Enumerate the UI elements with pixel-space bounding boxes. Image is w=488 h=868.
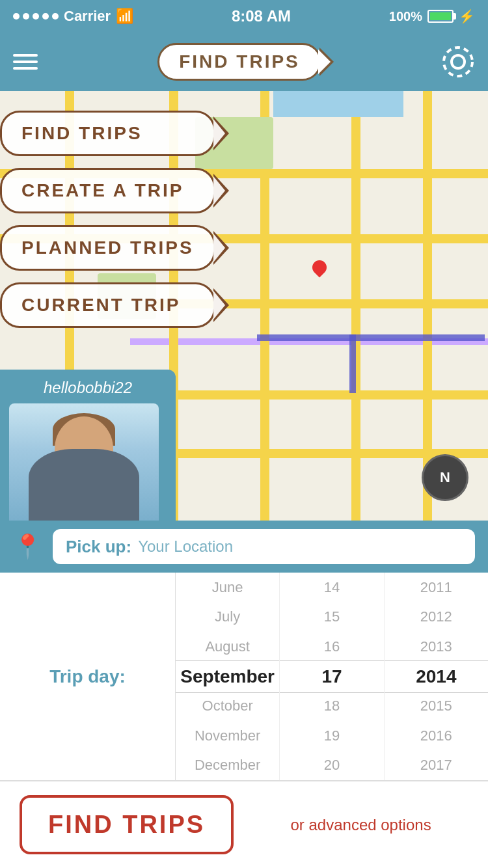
pickup-bar: 📍 Pick up: Your Location [0, 521, 488, 573]
trip-day-label-col: Trip day: [0, 573, 176, 780]
header-title-badge: FIND TRIPS [157, 43, 321, 81]
nav-menu: FIND TRIPS CREATE A TRIP PLANNED TRIPS C… [0, 104, 215, 334]
road [351, 91, 360, 521]
carrier-label: Carrier [64, 8, 111, 25]
map-view[interactable]: N FIND TRIPS CREATE A TRIP PLANNED TRIPS… [0, 91, 488, 521]
year-item[interactable]: 2013 [385, 632, 488, 662]
month-item[interactable]: August [176, 632, 279, 662]
settings-button[interactable] [441, 45, 475, 79]
svg-point-1 [444, 47, 472, 76]
pickup-placeholder-text: Your Location [138, 537, 233, 556]
username-label: hellobobbi22 [9, 379, 167, 397]
compass-icon: N [422, 454, 468, 501]
day-item[interactable]: 19 [280, 721, 383, 751]
app-header: FIND TRIPS [0, 33, 488, 91]
day-item[interactable]: 15 [280, 603, 383, 632]
user-card: hellobobbi22 [0, 370, 176, 521]
location-pin-icon: 📍 [13, 533, 42, 560]
day-item[interactable]: 16 [280, 632, 383, 662]
year-item[interactable]: 2016 [385, 721, 488, 751]
route-line [257, 334, 485, 341]
year-picker[interactable]: 2011 2012 2013 2014 2015 2016 2017 [384, 573, 488, 780]
year-item[interactable]: 2017 [385, 750, 488, 780]
year-item[interactable]: 2012 [385, 603, 488, 632]
month-picker[interactable]: June July August September October Novem… [176, 573, 279, 780]
month-item[interactable]: July [176, 603, 279, 632]
day-picker[interactable]: 14 15 16 17 18 19 20 [279, 573, 383, 780]
day-item[interactable]: 18 [280, 691, 383, 721]
year-selected[interactable]: 2014 [385, 662, 488, 692]
month-item[interactable]: June [176, 573, 279, 603]
trip-day-label: Trip day: [49, 666, 126, 687]
month-selected[interactable]: September [176, 662, 279, 692]
battery-icon [427, 10, 454, 23]
sidebar-item-current-trip[interactable]: CURRENT TRIP [0, 282, 215, 328]
pickup-label: Pick up: [66, 537, 131, 557]
sidebar-item-create-trip[interactable]: CREATE A TRIP [0, 168, 215, 213]
wifi-icon: 📶 [116, 8, 133, 25]
avatar-body [29, 449, 139, 521]
month-item[interactable]: November [176, 721, 279, 751]
sidebar-item-planned-trips[interactable]: PLANNED TRIPS [0, 225, 215, 271]
year-item[interactable]: 2015 [385, 691, 488, 721]
date-picker-section: Trip day: June July August September Oct… [0, 573, 488, 781]
avatar [9, 403, 159, 521]
day-selected[interactable]: 17 [280, 662, 383, 692]
month-item[interactable]: December [176, 750, 279, 780]
svg-point-0 [452, 55, 465, 68]
route-line [349, 334, 356, 393]
month-item[interactable]: October [176, 691, 279, 721]
day-item[interactable]: 14 [280, 573, 383, 603]
sidebar-item-find-trips[interactable]: FIND TRIPS [0, 111, 215, 156]
status-left: Carrier 📶 [13, 8, 133, 25]
find-trips-button-label: FIND TRIPS [48, 811, 205, 838]
status-right: 100% ⚡ [389, 8, 475, 24]
advanced-options-link[interactable]: or advanced options [253, 816, 468, 834]
day-item[interactable]: 20 [280, 750, 383, 780]
lightning-icon: ⚡ [459, 8, 475, 24]
date-picker-cols[interactable]: June July August September October Novem… [176, 573, 488, 780]
header-title: FIND TRIPS [179, 51, 300, 72]
avatar-image [9, 403, 159, 521]
pickup-input[interactable]: Pick up: Your Location [53, 529, 475, 564]
menu-button[interactable] [13, 54, 38, 70]
road [423, 91, 432, 521]
find-trips-button[interactable]: FIND TRIPS [20, 795, 234, 854]
water [273, 91, 403, 117]
status-bar: Carrier 📶 8:08 AM 100% ⚡ [0, 0, 488, 33]
year-item[interactable]: 2011 [385, 573, 488, 603]
footer: FIND TRIPS or advanced options [0, 781, 488, 868]
signal-dots [13, 13, 59, 20]
battery-percent: 100% [389, 9, 422, 24]
status-time: 8:08 AM [232, 7, 291, 25]
